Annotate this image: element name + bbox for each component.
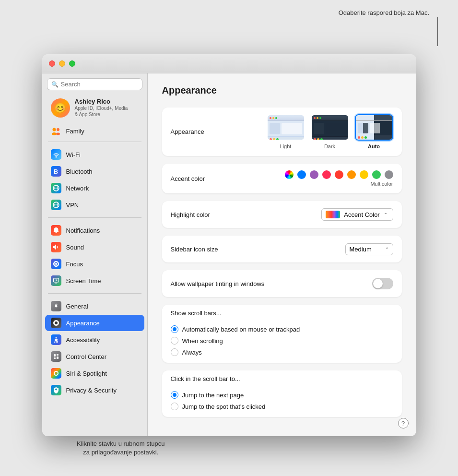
search-icon: 🔍 [51,81,59,88]
accent-color-label: Accent color [171,175,285,182]
dark-label: Dark [324,143,335,149]
scroll-auto-label: Automatically based on mouse or trackpad [182,326,300,333]
search-input[interactable] [61,81,138,88]
controlcenter-icon [51,351,61,362]
main-panel: Appearance Appearance [148,73,416,436]
sidebar-icon-size-label: Sidebar icon size [171,246,345,253]
sidebar-item-controlcenter[interactable]: Control Center [45,348,144,365]
appearance-row-label: Appearance [171,128,267,135]
appearance-option-dark[interactable]: Dark [311,114,349,149]
wallpaper-tinting-row: Allow wallpaper tinting in windows [162,270,402,297]
network-icon [51,183,61,193]
svg-rect-19 [57,354,59,356]
traffic-lights [49,60,75,67]
avatar: 😊 [51,98,70,118]
click-scroll-radio-group: Jump to the next page Jump to the spot t… [162,384,402,417]
wallpaper-tinting-label: Allow wallpaper tinting in windows [171,280,372,287]
sidebar-item-network[interactable]: Network [45,180,144,196]
highlight-value: Accent Color [344,211,379,218]
sidebar-item-notifications[interactable]: Notifications [45,222,144,238]
sidebar-item-siri[interactable]: Siri & Spotlight [45,365,144,381]
multicolor-label: Multicolor [370,181,393,187]
appearance-row: Appearance [162,107,402,156]
screentime-icon [51,275,61,286]
color-yellow[interactable] [360,170,368,179]
toggle-knob [373,279,383,288]
scroll-bars-section-label: Show scroll bars... [162,305,402,319]
sidebar-item-vpn[interactable]: VPN [45,197,144,213]
wallpaper-tinting-toggle[interactable] [372,278,393,289]
sidebar-item-privacy[interactable]: Privacy & Security [45,382,144,398]
sidebar-section-system: Notifications Sound [42,220,147,291]
click-next-page-option[interactable]: Jump to the next page [171,391,393,399]
highlight-color-control: Accent Color ⌃ [321,208,393,221]
siri-label: Siri & Spotlight [66,370,107,377]
appearance-option-light[interactable]: Light [267,114,305,149]
sidebar-item-sound[interactable]: Sound [45,239,144,255]
wallpaper-tinting-section: Allow wallpaper tinting in windows [162,270,402,297]
svg-rect-18 [54,354,56,357]
bluetooth-icon: B [51,166,61,177]
color-red[interactable] [335,170,343,179]
scroll-always-radio[interactable] [171,348,178,356]
family-icon [51,126,61,136]
network-label: Network [66,185,89,192]
appearance-thumb-auto [355,114,393,141]
help-button[interactable]: ? [398,418,409,428]
sidebar-icon-size-control: Medium ⌃ [345,243,393,255]
auto-label: Auto [368,143,380,149]
user-name: Ashley Rico [75,98,128,105]
sidebar-item-bluetooth[interactable]: B Bluetooth [45,163,144,179]
minimize-button[interactable] [59,60,65,67]
color-blue[interactable] [297,170,306,179]
scroll-auto-option[interactable]: Automatically based on mouse or trackpad [171,325,393,333]
sidebar-item-appearance[interactable]: Appearance [45,315,144,331]
click-spot-clicked-label: Jump to the spot that's clicked [182,403,266,410]
search-wrapper[interactable]: 🔍 [47,78,142,90]
scroll-when-scrolling-option[interactable]: When scrolling [171,337,393,345]
sidebar-item-wifi[interactable]: Wi-Fi [45,146,144,163]
user-profile-item[interactable]: 😊 Ashley Rico Apple ID, iCloud+, Media& … [45,94,144,121]
click-next-page-radio[interactable] [171,391,178,399]
color-multicolor[interactable] [285,170,294,179]
panel-title: Appearance [162,85,402,96]
sidebar-section-prefs: General Appearance [42,296,147,401]
wallpaper-tinting-control [372,278,393,289]
svg-point-0 [52,128,56,131]
vpn-icon [51,200,61,210]
maximize-button[interactable] [69,60,75,67]
sound-label: Sound [66,244,84,251]
sidebar-item-accessibility[interactable]: Accessibility [45,332,144,348]
highlight-color-dropdown[interactable]: Accent Color ⌃ [321,208,393,221]
scroll-bars-radio-group: Automatically based on mouse or trackpad… [162,319,402,363]
wifi-icon [51,149,61,160]
sidebar-divider-1 [48,142,141,142]
accessibility-label: Accessibility [66,336,100,344]
color-graphite[interactable] [385,170,393,179]
sidebar-item-general[interactable]: General [45,298,144,314]
vpn-label: VPN [66,202,79,209]
color-green[interactable] [372,170,381,179]
system-preferences-window: 🔍 😊 Ashley Rico Apple ID, iCloud+, Media… [42,54,416,436]
highlight-color-section: Highlight color Accent Color ⌃ [162,201,402,228]
scroll-when-scrolling-radio[interactable] [171,337,178,345]
controlcenter-label: Control Center [66,353,107,360]
appearance-thumb-dark [311,114,349,141]
appearance-section: Appearance [162,107,402,156]
scroll-always-label: Always [182,349,202,356]
scroll-auto-radio[interactable] [171,325,178,333]
appearance-option-auto[interactable]: Auto [355,114,393,149]
scroll-always-option[interactable]: Always [171,348,393,356]
color-orange[interactable] [347,170,356,179]
click-spot-clicked-option[interactable]: Jump to the spot that's clicked [171,403,393,410]
color-purple[interactable] [310,170,318,179]
close-button[interactable] [49,60,55,67]
sidebar-item-focus[interactable]: Focus [45,256,144,272]
sidebar-icon-size-dropdown[interactable]: Medium ⌃ [345,243,393,255]
sidebar-item-screentime[interactable]: Screen Time [45,273,144,289]
color-pink[interactable] [322,170,331,179]
svg-rect-21 [57,357,59,359]
sidebar-item-family[interactable]: Family [45,123,144,139]
user-info: Ashley Rico Apple ID, iCloud+, Media& Ap… [75,98,128,118]
click-spot-clicked-radio[interactable] [171,403,178,410]
